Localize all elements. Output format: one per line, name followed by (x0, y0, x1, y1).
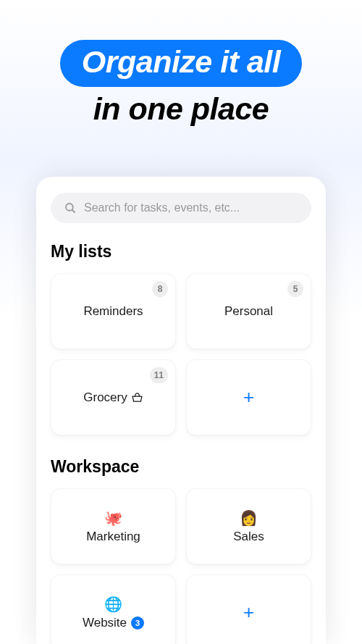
main-panel: My lists 8 Reminders 5 Personal 11 Groce… (36, 177, 326, 644)
svg-line-1 (72, 210, 75, 212)
search-bar[interactable] (51, 193, 311, 223)
list-tile-personal[interactable]: 5 Personal (186, 273, 311, 349)
count-badge: 11 (150, 367, 168, 383)
workspace-tile-website[interactable]: 🌐 Website 3 (51, 574, 176, 644)
plus-icon: + (243, 601, 254, 624)
tile-label: Reminders (83, 304, 143, 319)
workspace-label: Marketing (86, 530, 140, 544)
workspace-label: Sales (233, 530, 264, 544)
hero-subtitle: in one place (0, 91, 362, 127)
workspace-tile-sales[interactable]: 👩 Sales (186, 488, 311, 564)
workspace-tile-marketing[interactable]: 🐙 Marketing (51, 488, 176, 564)
list-tile-grocery[interactable]: 11 Grocery (51, 359, 176, 435)
count-badge: 5 (287, 281, 303, 297)
workspace-title: Workspace (51, 457, 311, 477)
workspace-label: Website 3 (83, 616, 144, 630)
tile-label: Personal (224, 304, 273, 319)
plus-icon: + (243, 386, 254, 409)
my-lists-title: My lists (51, 242, 311, 262)
workspace-label-text: Website (83, 616, 127, 630)
basket-icon (131, 391, 143, 403)
workspace-emoji: 👩 (240, 509, 258, 527)
tile-label: Grocery (83, 390, 143, 405)
hero: Organize it all in one place (0, 0, 362, 127)
my-lists-grid: 8 Reminders 5 Personal 11 Grocery + (51, 273, 311, 435)
tile-label-text: Grocery (83, 390, 127, 405)
search-icon (64, 201, 77, 214)
hero-pill: Organize it all (60, 40, 302, 87)
count-badge: 8 (152, 281, 168, 297)
list-tile-reminders[interactable]: 8 Reminders (51, 273, 176, 349)
search-input[interactable] (84, 201, 298, 214)
globe-icon: 🌐 (104, 595, 122, 613)
notification-badge: 3 (131, 616, 144, 630)
add-workspace-tile[interactable]: + (186, 574, 311, 644)
workspace-emoji: 🐙 (104, 509, 122, 527)
add-list-tile[interactable]: + (186, 359, 311, 435)
workspace-grid: 🐙 Marketing 👩 Sales 🌐 Website 3 + (51, 488, 311, 644)
